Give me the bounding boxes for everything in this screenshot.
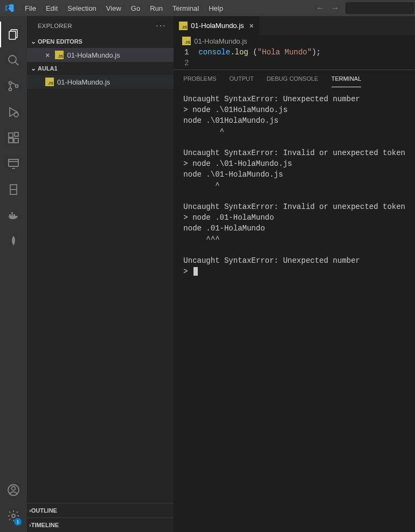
folder-label: AULA1 [38,65,58,72]
svg-rect-9 [9,133,13,137]
svg-rect-1 [9,31,16,39]
breadcrumb-label: 01-HolaMundo.js [194,37,247,45]
svg-marker-7 [10,108,17,116]
docker-icon[interactable] [0,202,27,228]
js-file-icon: JS [45,78,54,86]
open-editors-label: OPEN EDITORS [38,38,82,45]
open-editor-item[interactable]: × JS 01-HolaMundo.js [27,48,174,62]
activity-bar: 1 [0,16,27,532]
svg-point-24 [12,514,15,517]
run-debug-icon[interactable] [0,99,27,125]
svg-point-23 [12,487,16,491]
open-editor-filename: 01-HolaMundo.js [67,51,120,59]
explorer-icon[interactable] [0,22,27,47]
nav-arrows: ← → [316,3,340,13]
svg-point-4 [9,82,12,85]
tab-label: 01-HolaMundo.js [191,22,244,30]
menu-bar: File Edit Selection View Go Run Terminal… [20,2,227,15]
outline-section[interactable]: › OUTLINE [27,503,174,517]
chevron-down-icon: ⌄ [29,38,38,45]
menu-terminal[interactable]: Terminal [168,2,203,15]
menu-run[interactable]: Run [146,2,167,15]
svg-rect-19 [11,214,13,216]
tab-output[interactable]: OUTPUT [229,70,253,87]
editor-area: JS 01-HolaMundo.js × JS 01-HolaMundo.js … [174,16,415,532]
timeline-section[interactable]: › TIMELINE [27,517,174,532]
svg-rect-11 [14,138,18,143]
chevron-down-icon: ⌄ [29,65,38,72]
menu-edit[interactable]: Edit [42,2,62,15]
terminal-cursor [193,267,198,276]
close-icon[interactable]: × [45,51,50,59]
vscode-logo-icon [4,3,15,13]
mongodb-leaf-icon[interactable] [0,228,27,254]
tab-problems[interactable]: PROBLEMS [183,70,216,87]
terminal-text: Uncaught SyntaxError: Unexpected number … [183,95,405,276]
tree-filename: 01-HolaMundo.js [57,78,110,86]
close-icon[interactable]: × [250,22,254,30]
nav-back-icon[interactable]: ← [316,3,324,13]
svg-rect-13 [9,159,18,166]
settings-badge: 1 [14,518,22,526]
code-line-1: console.log ("Hola Mundo"); [198,48,321,59]
svg-rect-10 [9,138,13,143]
svg-rect-20 [13,214,15,216]
svg-rect-14 [9,159,18,162]
database-icon[interactable] [0,177,27,202]
folder-header[interactable]: ⌄ AULA1 [27,62,174,75]
line-number: 2 [174,59,198,69]
command-center-input[interactable] [345,2,415,15]
svg-rect-18 [9,214,11,216]
bottom-panel: PROBLEMS OUTPUT DEBUG CONSOLE TERMINAL U… [174,69,415,284]
panel-tabs: PROBLEMS OUTPUT DEBUG CONSOLE TERMINAL [174,70,415,87]
terminal-output[interactable]: Uncaught SyntaxError: Unexpected number … [174,87,415,284]
menu-view[interactable]: View [102,2,126,15]
title-bar: File Edit Selection View Go Run Terminal… [0,0,415,16]
code-editor[interactable]: 1 console.log ("Hola Mundo"); 2 [174,47,415,69]
js-file-icon: JS [55,51,64,59]
svg-point-5 [9,88,12,91]
breadcrumb[interactable]: JS 01-HolaMundo.js [174,35,415,47]
timeline-label: TIMELINE [31,522,59,528]
svg-rect-21 [11,212,13,214]
accounts-icon[interactable] [0,477,27,503]
tab-terminal[interactable]: TERMINAL [331,70,362,87]
file-tree-item[interactable]: JS 01-HolaMundo.js [27,75,174,89]
svg-rect-12 [15,132,18,136]
menu-go[interactable]: Go [127,2,144,15]
settings-gear-icon[interactable]: 1 [0,503,27,529]
js-file-icon: JS [179,22,188,30]
svg-point-6 [16,85,18,88]
explorer-sidebar: EXPLORER ··· ⌄ OPEN EDITORS × JS 01-Hola… [27,16,174,532]
js-file-icon: JS [182,37,191,45]
explorer-more-icon[interactable]: ··· [156,21,166,31]
source-control-icon[interactable] [0,73,27,99]
open-editors-header[interactable]: ⌄ OPEN EDITORS [27,35,174,48]
editor-tabs: JS 01-HolaMundo.js × [174,16,415,35]
menu-selection[interactable]: Selection [63,2,100,15]
menu-file[interactable]: File [20,2,40,15]
explorer-title: EXPLORER [38,23,72,29]
svg-point-8 [14,113,18,117]
extensions-icon[interactable] [0,125,27,151]
nav-forward-icon[interactable]: → [331,3,340,13]
remote-explorer-icon[interactable] [0,151,27,177]
outline-label: OUTLINE [31,507,57,514]
line-number: 1 [174,48,198,59]
svg-point-2 [9,55,16,63]
svg-line-3 [15,62,18,65]
search-icon[interactable] [0,47,27,73]
menu-help[interactable]: Help [204,2,227,15]
tab-debug-console[interactable]: DEBUG CONSOLE [267,70,319,87]
editor-tab[interactable]: JS 01-HolaMundo.js × [174,16,259,35]
